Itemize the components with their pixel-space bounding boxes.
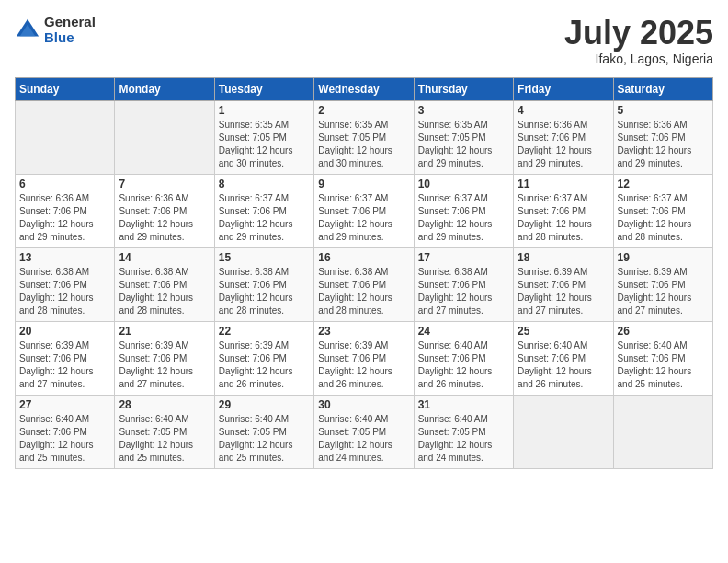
calendar-cell: 20Sunrise: 6:39 AMSunset: 7:06 PMDayligh… — [16, 321, 115, 395]
day-number: 21 — [119, 325, 210, 338]
calendar-cell — [16, 100, 115, 174]
calendar-cell: 16Sunrise: 6:38 AMSunset: 7:06 PMDayligh… — [314, 247, 414, 321]
calendar-cell: 19Sunrise: 6:39 AMSunset: 7:06 PMDayligh… — [613, 247, 712, 321]
day-info: Sunrise: 6:38 AMSunset: 7:06 PMDaylight:… — [19, 266, 110, 317]
logo-general-text: General — [44, 15, 96, 30]
calendar-cell: 27Sunrise: 6:40 AMSunset: 7:06 PMDayligh… — [16, 395, 115, 468]
calendar-cell: 9Sunrise: 6:37 AMSunset: 7:06 PMDaylight… — [314, 174, 414, 247]
calendar-cell: 28Sunrise: 6:40 AMSunset: 7:05 PMDayligh… — [115, 395, 214, 468]
day-info: Sunrise: 6:39 AMSunset: 7:06 PMDaylight:… — [19, 339, 110, 391]
day-info: Sunrise: 6:40 AMSunset: 7:06 PMDaylight:… — [618, 339, 709, 391]
day-number: 19 — [618, 251, 709, 264]
day-number: 1 — [219, 104, 310, 117]
weekday-header: Wednesday — [314, 77, 414, 100]
day-number: 2 — [318, 104, 409, 117]
day-info: Sunrise: 6:38 AMSunset: 7:06 PMDaylight:… — [318, 266, 409, 317]
calendar-table: SundayMondayTuesdayWednesdayThursdayFrid… — [15, 77, 713, 469]
day-number: 16 — [318, 251, 409, 264]
calendar-cell: 11Sunrise: 6:37 AMSunset: 7:06 PMDayligh… — [514, 174, 613, 247]
calendar-cell: 25Sunrise: 6:40 AMSunset: 7:06 PMDayligh… — [514, 321, 613, 395]
day-number: 13 — [19, 251, 110, 264]
day-info: Sunrise: 6:37 AMSunset: 7:06 PMDaylight:… — [418, 192, 509, 244]
day-number: 18 — [518, 251, 609, 264]
weekday-header: Friday — [514, 77, 613, 100]
day-info: Sunrise: 6:36 AMSunset: 7:06 PMDaylight:… — [618, 119, 709, 170]
day-number: 4 — [518, 104, 609, 117]
calendar-cell: 13Sunrise: 6:38 AMSunset: 7:06 PMDayligh… — [16, 247, 115, 321]
day-number: 3 — [418, 104, 509, 117]
calendar-cell: 31Sunrise: 6:40 AMSunset: 7:05 PMDayligh… — [414, 395, 513, 468]
calendar-cell: 15Sunrise: 6:38 AMSunset: 7:06 PMDayligh… — [214, 247, 313, 321]
day-number: 14 — [119, 251, 210, 264]
calendar-cell: 14Sunrise: 6:38 AMSunset: 7:06 PMDayligh… — [115, 247, 214, 321]
calendar-cell: 26Sunrise: 6:40 AMSunset: 7:06 PMDayligh… — [613, 321, 712, 395]
day-info: Sunrise: 6:37 AMSunset: 7:06 PMDaylight:… — [518, 192, 609, 244]
day-number: 27 — [19, 398, 110, 411]
day-info: Sunrise: 6:39 AMSunset: 7:06 PMDaylight:… — [618, 266, 709, 317]
calendar-cell: 12Sunrise: 6:37 AMSunset: 7:06 PMDayligh… — [613, 174, 712, 247]
day-number: 22 — [219, 325, 310, 338]
day-number: 23 — [318, 325, 409, 338]
calendar-cell: 22Sunrise: 6:39 AMSunset: 7:06 PMDayligh… — [214, 321, 313, 395]
day-info: Sunrise: 6:37 AMSunset: 7:06 PMDaylight:… — [618, 192, 709, 244]
calendar-cell: 8Sunrise: 6:37 AMSunset: 7:06 PMDaylight… — [214, 174, 313, 247]
day-number: 9 — [318, 178, 409, 190]
day-number: 17 — [418, 251, 509, 264]
month-title: July 2025 — [564, 15, 713, 52]
day-info: Sunrise: 6:36 AMSunset: 7:06 PMDaylight:… — [19, 192, 110, 244]
location-text: Ifako, Lagos, Nigeria — [564, 52, 713, 66]
calendar-cell: 1Sunrise: 6:35 AMSunset: 7:05 PMDaylight… — [214, 100, 313, 174]
day-info: Sunrise: 6:39 AMSunset: 7:06 PMDaylight:… — [518, 266, 609, 317]
calendar-week-row: 27Sunrise: 6:40 AMSunset: 7:06 PMDayligh… — [16, 395, 713, 468]
day-info: Sunrise: 6:37 AMSunset: 7:06 PMDaylight:… — [219, 192, 310, 244]
day-info: Sunrise: 6:38 AMSunset: 7:06 PMDaylight:… — [119, 266, 210, 317]
calendar-week-row: 1Sunrise: 6:35 AMSunset: 7:05 PMDaylight… — [16, 100, 713, 174]
day-info: Sunrise: 6:36 AMSunset: 7:06 PMDaylight:… — [119, 192, 210, 244]
calendar-cell: 17Sunrise: 6:38 AMSunset: 7:06 PMDayligh… — [414, 247, 513, 321]
calendar-cell: 24Sunrise: 6:40 AMSunset: 7:06 PMDayligh… — [414, 321, 513, 395]
calendar-week-row: 6Sunrise: 6:36 AMSunset: 7:06 PMDaylight… — [16, 174, 713, 247]
day-info: Sunrise: 6:40 AMSunset: 7:06 PMDaylight:… — [19, 413, 110, 465]
day-number: 25 — [518, 325, 609, 338]
day-info: Sunrise: 6:38 AMSunset: 7:06 PMDaylight:… — [418, 266, 509, 317]
weekday-header: Monday — [115, 77, 214, 100]
day-info: Sunrise: 6:40 AMSunset: 7:05 PMDaylight:… — [219, 413, 310, 465]
day-number: 12 — [618, 178, 709, 190]
calendar-cell: 7Sunrise: 6:36 AMSunset: 7:06 PMDaylight… — [115, 174, 214, 247]
day-number: 15 — [219, 251, 310, 264]
day-number: 28 — [119, 398, 210, 411]
day-info: Sunrise: 6:35 AMSunset: 7:05 PMDaylight:… — [418, 119, 509, 170]
logo-blue-text: Blue — [44, 30, 96, 46]
calendar-cell: 3Sunrise: 6:35 AMSunset: 7:05 PMDaylight… — [414, 100, 513, 174]
calendar-cell: 6Sunrise: 6:36 AMSunset: 7:06 PMDaylight… — [16, 174, 115, 247]
weekday-header: Thursday — [414, 77, 513, 100]
day-info: Sunrise: 6:40 AMSunset: 7:06 PMDaylight:… — [418, 339, 509, 391]
logo-icon — [15, 17, 40, 43]
logo: General Blue — [15, 15, 96, 45]
day-info: Sunrise: 6:37 AMSunset: 7:06 PMDaylight:… — [318, 192, 409, 244]
calendar-cell: 29Sunrise: 6:40 AMSunset: 7:05 PMDayligh… — [214, 395, 313, 468]
day-info: Sunrise: 6:35 AMSunset: 7:05 PMDaylight:… — [318, 119, 409, 170]
day-info: Sunrise: 6:39 AMSunset: 7:06 PMDaylight:… — [219, 339, 310, 391]
day-number: 30 — [318, 398, 409, 411]
day-info: Sunrise: 6:36 AMSunset: 7:06 PMDaylight:… — [518, 119, 609, 170]
day-number: 5 — [618, 104, 709, 117]
calendar-cell: 10Sunrise: 6:37 AMSunset: 7:06 PMDayligh… — [414, 174, 513, 247]
calendar-cell: 18Sunrise: 6:39 AMSunset: 7:06 PMDayligh… — [514, 247, 613, 321]
calendar-cell: 2Sunrise: 6:35 AMSunset: 7:05 PMDaylight… — [314, 100, 414, 174]
day-info: Sunrise: 6:40 AMSunset: 7:05 PMDaylight:… — [418, 413, 509, 465]
weekday-header: Tuesday — [214, 77, 313, 100]
weekday-header: Sunday — [16, 77, 115, 100]
day-number: 31 — [418, 398, 509, 411]
day-number: 20 — [19, 325, 110, 338]
weekday-header-row: SundayMondayTuesdayWednesdayThursdayFrid… — [16, 77, 713, 100]
day-number: 29 — [219, 398, 310, 411]
day-info: Sunrise: 6:39 AMSunset: 7:06 PMDaylight:… — [318, 339, 409, 391]
day-info: Sunrise: 6:40 AMSunset: 7:06 PMDaylight:… — [518, 339, 609, 391]
day-number: 11 — [518, 178, 609, 190]
calendar-week-row: 13Sunrise: 6:38 AMSunset: 7:06 PMDayligh… — [16, 247, 713, 321]
calendar-cell: 5Sunrise: 6:36 AMSunset: 7:06 PMDaylight… — [613, 100, 712, 174]
calendar-cell: 21Sunrise: 6:39 AMSunset: 7:06 PMDayligh… — [115, 321, 214, 395]
day-number: 8 — [219, 178, 310, 190]
weekday-header: Saturday — [613, 77, 712, 100]
